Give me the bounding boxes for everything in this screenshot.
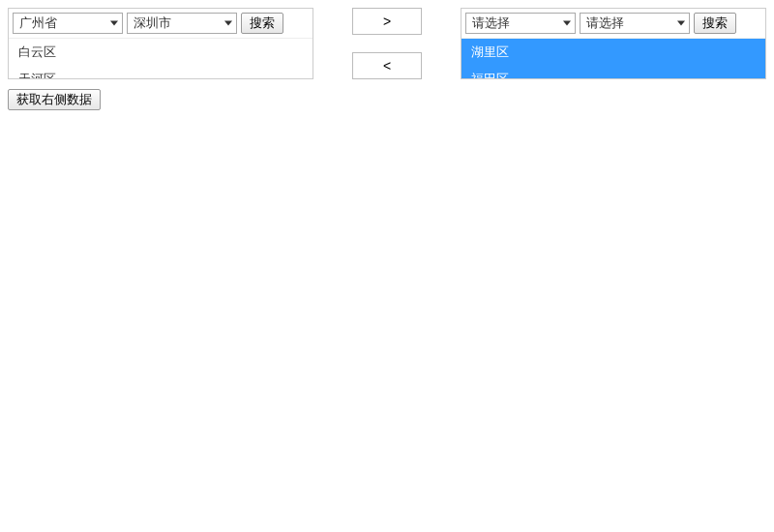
move-right-button[interactable]: > xyxy=(352,8,422,35)
move-left-button[interactable]: < xyxy=(352,52,422,79)
list-item[interactable]: 白云区 xyxy=(9,39,313,66)
right-list[interactable]: 湖里区福田区思明区罗湖区 xyxy=(461,39,765,78)
right-province-value: 请选择 xyxy=(472,15,510,30)
right-header: 请选择 请选择 搜索 xyxy=(461,9,765,39)
transfer-controls: > < xyxy=(325,8,449,79)
chevron-down-icon xyxy=(110,21,118,26)
list-item[interactable]: 湖里区 xyxy=(461,39,765,66)
left-search-button[interactable]: 搜索 xyxy=(241,13,283,34)
right-province-select[interactable]: 请选择 xyxy=(465,13,576,34)
left-header: 广州省 深圳市 搜索 xyxy=(9,9,313,39)
left-panel: 广州省 深圳市 搜索 白云区天河区越秀区荔湾区海珠区花都区南山区龙岗区鼓楼区台江… xyxy=(8,8,313,79)
left-city-value: 深圳市 xyxy=(134,15,171,30)
right-city-value: 请选择 xyxy=(586,15,624,30)
right-search-button[interactable]: 搜索 xyxy=(694,13,736,34)
chevron-down-icon xyxy=(224,21,232,26)
list-item[interactable]: 福田区 xyxy=(461,66,765,78)
get-right-data-button[interactable]: 获取右侧数据 xyxy=(8,89,101,110)
list-item[interactable]: 天河区 xyxy=(9,66,313,78)
left-province-value: 广州省 xyxy=(19,15,57,30)
left-list[interactable]: 白云区天河区越秀区荔湾区海珠区花都区南山区龙岗区鼓楼区台江区长乐区晋安区石狮市晋… xyxy=(9,39,313,78)
transfer-widget: 广州省 深圳市 搜索 白云区天河区越秀区荔湾区海珠区花都区南山区龙岗区鼓楼区台江… xyxy=(8,8,766,79)
right-city-select[interactable]: 请选择 xyxy=(580,13,690,34)
chevron-down-icon xyxy=(677,21,685,26)
bottom-bar: 获取右侧数据 xyxy=(8,89,766,110)
left-list-wrap: 白云区天河区越秀区荔湾区海珠区花都区南山区龙岗区鼓楼区台江区长乐区晋安区石狮市晋… xyxy=(9,39,313,78)
right-panel: 请选择 请选择 搜索 湖里区福田区思明区罗湖区 xyxy=(461,8,766,79)
left-province-select[interactable]: 广州省 xyxy=(13,13,123,34)
left-city-select[interactable]: 深圳市 xyxy=(127,13,237,34)
chevron-down-icon xyxy=(563,21,571,26)
right-list-wrap: 湖里区福田区思明区罗湖区 xyxy=(461,39,765,78)
